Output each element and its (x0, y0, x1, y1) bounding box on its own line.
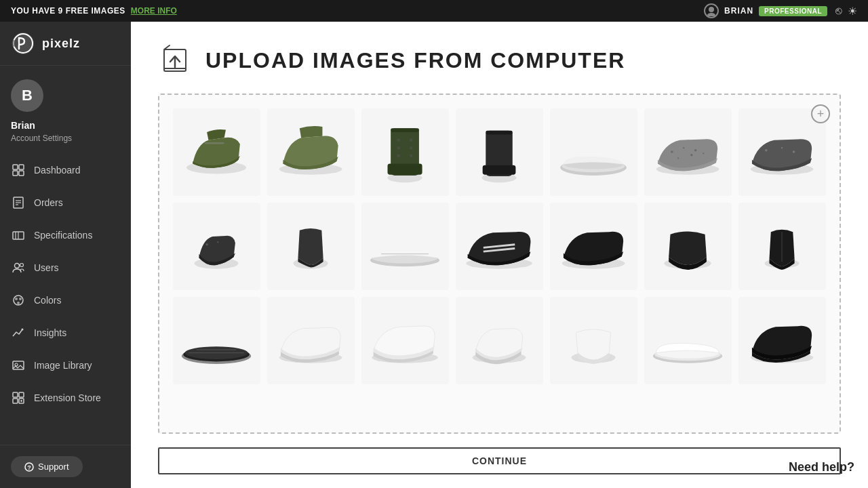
sidebar-item-dashboard[interactable]: Dashboard (0, 154, 131, 186)
theme-icon[interactable]: ☀ (848, 5, 857, 18)
image-cell[interactable] (644, 203, 732, 290)
svg-point-47 (410, 139, 413, 142)
orders-icon (11, 195, 26, 210)
image-cell[interactable] (738, 297, 826, 384)
svg-point-46 (397, 155, 401, 158)
image-cell[interactable] (456, 108, 543, 196)
upload-area[interactable]: + (158, 94, 841, 434)
insights-icon (11, 325, 26, 340)
user-avatar-icon (704, 3, 719, 18)
shoe-image (366, 301, 444, 380)
image-cell[interactable] (456, 297, 543, 384)
shoe-image (177, 113, 256, 191)
image-cell[interactable] (644, 297, 732, 384)
page-header: UPLOAD IMAGES FROM COMPUTER (158, 43, 841, 77)
sidebar-insights-label: Insights (34, 327, 66, 338)
svg-point-69 (206, 243, 208, 245)
image-cell[interactable] (361, 108, 449, 196)
shoe-image (271, 113, 350, 191)
svg-rect-27 (13, 399, 18, 403)
image-cell[interactable] (550, 108, 637, 196)
image-cell[interactable] (738, 108, 826, 196)
shoe-image (743, 301, 821, 380)
shoe-image (177, 207, 256, 285)
sidebar-image-library-label: Image Library (34, 360, 92, 371)
image-cell[interactable] (173, 108, 260, 196)
svg-point-0 (709, 7, 714, 12)
content-area: UPLOAD IMAGES FROM COMPUTER + (131, 22, 868, 488)
image-cell[interactable] (173, 297, 260, 384)
sidebar-item-specifications[interactable]: Specifications (0, 219, 131, 251)
svg-point-44 (397, 139, 401, 142)
image-cell[interactable] (267, 108, 355, 196)
sidebar-colors-label: Colors (34, 295, 61, 306)
image-cell[interactable] (361, 297, 449, 384)
logo-text: pixelz (42, 37, 80, 51)
continue-button[interactable]: CONTINUE (158, 447, 841, 474)
sidebar-support: ? Support (0, 445, 131, 488)
svg-point-66 (781, 148, 783, 149)
colors-icon (11, 293, 26, 308)
account-settings-link[interactable]: Account Settings (11, 134, 72, 143)
image-grid (173, 108, 826, 384)
shoe-image (743, 207, 821, 285)
image-cell[interactable] (550, 297, 637, 384)
shoe-image (554, 113, 633, 191)
sidebar-item-image-library[interactable]: Image Library (0, 349, 131, 382)
image-cell[interactable] (361, 203, 449, 290)
banner-right: BRIAN PROFESSIONAL ⎋ ☀ (704, 3, 857, 18)
user-info: BRIAN PROFESSIONAL (704, 3, 827, 18)
svg-rect-25 (13, 392, 18, 397)
svg-rect-26 (19, 392, 24, 397)
image-cell[interactable] (173, 203, 260, 290)
sidebar-item-users[interactable]: Users (0, 251, 131, 284)
shoe-image (271, 207, 350, 285)
sidebar-dashboard-label: Dashboard (34, 165, 81, 176)
image-cell[interactable] (267, 203, 355, 290)
add-button[interactable]: + (811, 104, 830, 123)
svg-rect-23 (13, 361, 24, 369)
more-info-link[interactable]: MORE INFO (131, 6, 177, 16)
signout-icon[interactable]: ⎋ (835, 5, 842, 17)
svg-rect-38 (205, 143, 224, 144)
extension-store-icon (11, 390, 26, 405)
sidebar-item-colors[interactable]: Colors (0, 284, 131, 317)
svg-point-45 (397, 146, 401, 150)
top-icons: ⎋ ☀ (835, 5, 857, 18)
svg-point-1 (707, 13, 715, 16)
sidebar-item-extension-store[interactable]: Extension Store (0, 382, 131, 414)
specifications-icon (11, 228, 26, 243)
sidebar-username: Brian (11, 120, 35, 131)
svg-rect-42 (388, 164, 422, 175)
svg-point-24 (15, 363, 18, 366)
image-cell[interactable] (644, 108, 732, 196)
page-title: UPLOAD IMAGES FROM COMPUTER (205, 48, 625, 73)
svg-point-58 (671, 151, 673, 153)
support-button[interactable]: ? Support (11, 456, 83, 477)
image-cell[interactable] (267, 297, 355, 384)
shoe-image (460, 113, 538, 191)
sidebar-logo: pixelz (0, 22, 131, 66)
sidebar-item-insights[interactable]: Insights (0, 317, 131, 349)
svg-point-70 (218, 242, 219, 243)
svg-point-65 (766, 149, 768, 151)
shoe-image (743, 113, 821, 191)
svg-point-60 (694, 149, 696, 151)
shoe-image (460, 207, 538, 285)
image-cell[interactable] (456, 203, 543, 290)
shoe-image (648, 207, 727, 285)
svg-rect-53 (486, 131, 513, 135)
sidebar-extension-store-label: Extension Store (34, 392, 101, 403)
banner-left: YOU HAVE 9 FREE IMAGES MORE INFO (11, 6, 177, 16)
sidebar-orders-label: Orders (34, 197, 63, 208)
sidebar-item-orders[interactable]: Orders (0, 186, 131, 219)
sidebar: pixelz B Brian Account Settings Dashboar… (0, 22, 131, 488)
image-cell[interactable] (550, 203, 637, 290)
svg-point-62 (677, 158, 679, 159)
svg-text:?: ? (27, 464, 31, 471)
svg-point-61 (703, 153, 705, 155)
shoe-image (648, 301, 727, 380)
image-cell[interactable] (738, 203, 826, 290)
support-icon: ? (24, 462, 34, 472)
svg-point-49 (410, 155, 413, 158)
